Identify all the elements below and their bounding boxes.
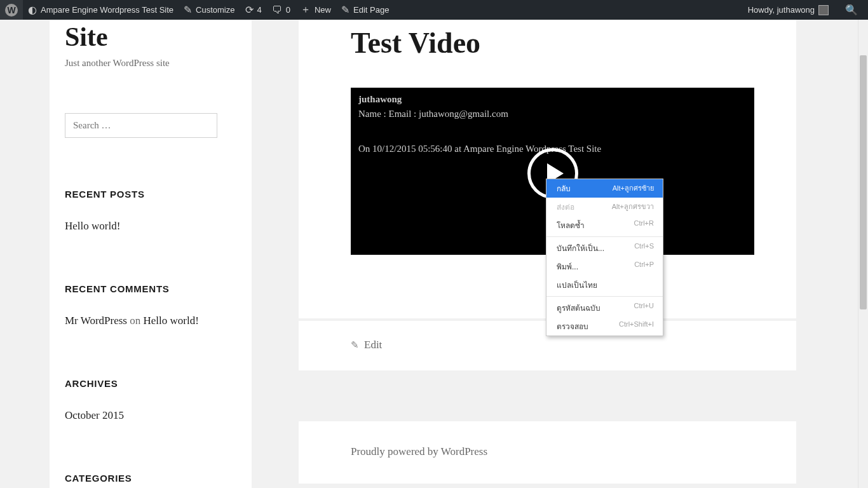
archives-heading: ARCHIVES [65, 378, 236, 389]
post-title: Test Video [299, 20, 796, 60]
archives-widget: ARCHIVES October 2015 [65, 378, 236, 422]
left-margin [0, 20, 50, 488]
context-menu-separator [546, 236, 663, 237]
comments-item[interactable]: 🗨 0 [267, 0, 295, 20]
dashboard-icon: ◐ [28, 4, 37, 16]
admin-bar-left: W ◐ Ampare Engine Wordpress Test Site ✎ … [0, 0, 394, 20]
recent-comments-widget: RECENT COMMENTS Mr WordPress on Hello wo… [65, 283, 236, 327]
list-item: October 2015 [65, 409, 236, 422]
context-menu-label: บันทึกให้เป็น... [557, 242, 604, 254]
recent-comments-heading: RECENT COMMENTS [65, 283, 236, 294]
site-title[interactable]: Site [65, 22, 236, 51]
context-menu-item[interactable]: แปลเป็นไทย [546, 276, 663, 294]
list-item: Mr WordPress on Hello world! [65, 315, 236, 327]
edit-icon: ✎ [351, 339, 359, 351]
footer-text[interactable]: Proudly powered by WordPress [351, 445, 487, 458]
update-icon: ⟳ [245, 4, 254, 16]
context-menu-item[interactable]: โหลดซ้ำCtrl+R [546, 216, 663, 234]
plus-icon: ＋ [301, 3, 311, 17]
context-menu-shortcut: Alt+ลูกศรซ้าย [613, 182, 654, 194]
context-menu-item[interactable]: ตรวจสอบCtrl+Shift+I [546, 317, 663, 336]
comment-author-link[interactable]: Mr WordPress [65, 315, 127, 327]
updates-count: 4 [257, 5, 262, 15]
edit-page-label: Edit Page [353, 5, 389, 15]
howdy-label: Howdy, juthawong [748, 5, 815, 15]
avatar-icon [818, 5, 829, 15]
list-item: Hello world! [65, 220, 236, 233]
context-menu-label: ดูรหัสต้นฉบับ [557, 302, 600, 314]
categories-heading: CATEGORIES [65, 473, 236, 484]
pencil-icon: ✎ [341, 4, 349, 16]
context-menu-label: กลับ [557, 182, 571, 194]
comments-count: 0 [286, 5, 290, 15]
context-menu-shortcut: Alt+ลูกศรขวา [612, 201, 654, 213]
page-body: Site Just another WordPress site RECENT … [0, 20, 868, 488]
scrollbar-track[interactable] [858, 20, 868, 488]
customize-item[interactable]: ✎ Customize [179, 0, 240, 20]
wp-logo-item[interactable]: W [0, 0, 23, 20]
context-menu-label: พิมพ์... [557, 261, 578, 273]
context-menu-shortcut: Ctrl+Shift+I [619, 320, 654, 332]
context-menu-shortcut: Ctrl+R [634, 219, 654, 231]
footer-card: Proudly powered by WordPress [299, 421, 796, 484]
context-menu-item: ส่งต่อAlt+ลูกศรขวา [546, 198, 663, 216]
browser-context-menu[interactable]: กลับAlt+ลูกศรซ้ายส่งต่อAlt+ลูกศรขวาโหลดซ… [546, 179, 663, 336]
comment-icon: 🗨 [272, 4, 282, 16]
search-icon: 🔍 [845, 4, 858, 16]
sidebar: Site Just another WordPress site RECENT … [50, 20, 252, 488]
comment-on: on [127, 315, 144, 327]
recent-posts-widget: RECENT POSTS Hello world! [65, 189, 236, 233]
context-menu-separator [546, 296, 663, 297]
context-menu-item[interactable]: พิมพ์...Ctrl+P [546, 257, 663, 276]
context-menu-shortcut: Ctrl+S [634, 242, 654, 254]
edit-link[interactable]: Edit [364, 339, 382, 351]
new-label: New [315, 5, 331, 15]
archive-link[interactable]: October 2015 [65, 409, 124, 422]
categories-widget: CATEGORIES [65, 473, 236, 484]
edit-page-item[interactable]: ✎ Edit Page [336, 0, 394, 20]
card-gap [299, 370, 868, 421]
context-menu-item[interactable]: บันทึกให้เป็น...Ctrl+S [546, 239, 663, 257]
scrollbar-thumb[interactable] [860, 55, 867, 309]
recent-post-link[interactable]: Hello world! [65, 220, 120, 233]
site-name-item[interactable]: ◐ Ampare Engine Wordpress Test Site [23, 0, 179, 20]
site-name-label: Ampare Engine Wordpress Test Site [41, 5, 173, 15]
new-content-item[interactable]: ＋ New [295, 0, 336, 20]
wordpress-logo-icon: W [5, 4, 18, 17]
site-tagline: Just another WordPress site [65, 58, 236, 69]
search-toggle[interactable]: 🔍 [840, 0, 863, 20]
search-input[interactable] [65, 113, 217, 138]
video-author: juthawong [358, 94, 747, 105]
video-meta-line: Name : Email : juthawong@gmail.com [358, 109, 747, 119]
recent-posts-heading: RECENT POSTS [65, 189, 236, 200]
context-menu-item[interactable]: กลับAlt+ลูกศรซ้าย [546, 179, 663, 198]
search-widget [65, 113, 236, 138]
wp-admin-bar: W ◐ Ampare Engine Wordpress Test Site ✎ … [0, 0, 868, 20]
my-account-item[interactable]: Howdy, juthawong [743, 0, 834, 20]
updates-item[interactable]: ⟳ 4 [240, 0, 267, 20]
admin-bar-right: Howdy, juthawong 🔍 [743, 0, 868, 20]
comment-post-link[interactable]: Hello world! [143, 315, 198, 327]
content-gutter [252, 20, 299, 488]
brush-icon: ✎ [184, 4, 192, 16]
context-menu-label: แปลเป็นไทย [557, 279, 597, 291]
context-menu-shortcut: Ctrl+P [634, 261, 654, 273]
context-menu-label: ตรวจสอบ [557, 320, 588, 332]
context-menu-label: โหลดซ้ำ [557, 219, 585, 231]
context-menu-label: ส่งต่อ [557, 201, 574, 213]
context-menu-item[interactable]: ดูรหัสต้นฉบับCtrl+U [546, 299, 663, 317]
customize-label: Customize [196, 5, 234, 15]
context-menu-shortcut: Ctrl+U [634, 302, 654, 314]
